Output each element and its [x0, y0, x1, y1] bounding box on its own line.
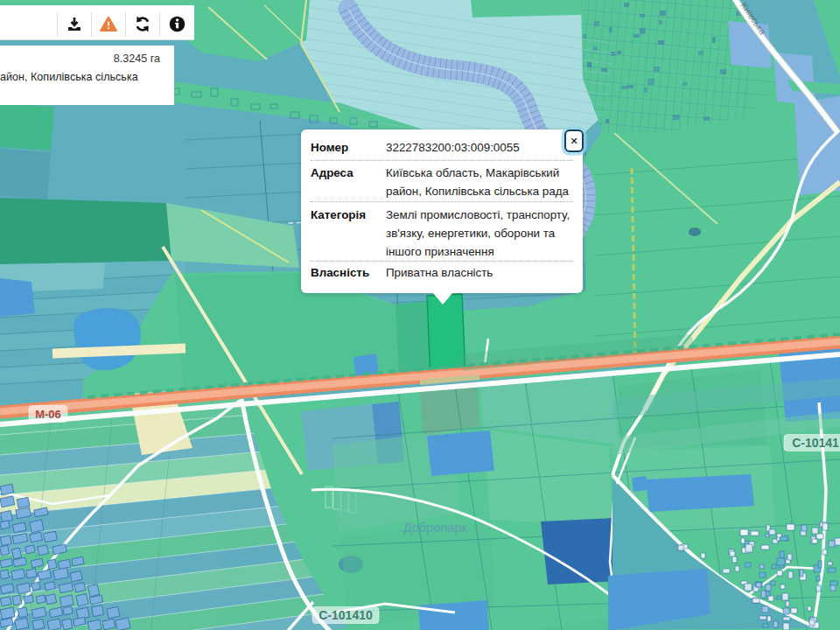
svg-text:М-06: М-06	[35, 408, 61, 421]
svg-text:С-101410: С-101410	[318, 608, 373, 622]
svg-text:С-10141: С-10141	[792, 436, 839, 450]
svg-text:Добропарк: Добропарк	[403, 521, 467, 535]
